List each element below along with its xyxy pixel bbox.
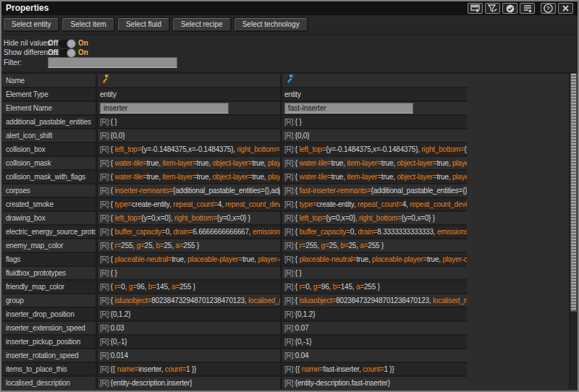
property-name: inserter_rotation_speed — [2, 349, 96, 362]
property-name: created_smoke — [2, 198, 96, 210]
property-name: corpses — [2, 184, 96, 197]
element-name-input-b[interactable] — [284, 103, 413, 114]
property-value-b: [R]:{{ name=fast-inserter, count=1 }} — [282, 363, 467, 375]
table-row: created_smoke[R]:{ type=create-entity, r… — [2, 198, 467, 210]
select-technology-button[interactable]: Select technology — [234, 18, 308, 31]
property-value-a: [R]:{0,-1} — [98, 336, 280, 348]
property-value-a: [R]:{ r=0, g=96, b=145, a=255 } — [98, 281, 280, 293]
hide-nil-off-label: Off — [48, 39, 58, 48]
property-value-b: [R]:{ water-tile=true, item-layer=true, … — [282, 171, 467, 183]
property-name: friendly_map_color — [2, 281, 96, 293]
show-differences-on-label: On — [78, 48, 88, 57]
element-type-value-a: entity — [98, 88, 280, 101]
property-value-a: [R]:{entity-description.inserter} — [98, 377, 280, 389]
element-name-input-a[interactable] — [100, 103, 229, 114]
property-value-b: [R]:{ r=255, g=25, b=25, a=255 } — [282, 239, 467, 252]
element-type-value-b: entity — [282, 88, 467, 101]
filter-edit-button[interactable] — [485, 3, 500, 14]
list-settings-button[interactable] — [520, 3, 535, 14]
filter-input[interactable] — [48, 57, 177, 68]
table-row: collision_mask_with_flags[R]:{ water-til… — [2, 171, 467, 183]
property-name: inserter_drop_position — [2, 308, 96, 320]
property-value-a: [R]:{ } — [98, 267, 280, 279]
property-value-a: [R]:{ left_top={y=0,x=0}, right_bottom={… — [98, 212, 280, 224]
property-value-b: [R]:{ water-tile=true, item-layer=true, … — [282, 157, 467, 169]
select-fluid-button[interactable]: Select fluid — [118, 18, 169, 31]
vertical-scrollbar[interactable] — [569, 73, 577, 389]
property-name: collision_mask — [2, 157, 96, 169]
show-differences-toggle[interactable] — [59, 49, 75, 57]
property-name: additional_pastable_entities — [2, 116, 96, 128]
table-header-row-name: Name — [2, 74, 467, 87]
property-value-a: [R]:{0,1.2} — [98, 308, 280, 320]
property-value-b: [R]:{ buffer_capacity=0, drain=8.3333333… — [282, 226, 467, 238]
table-row: corpses[R]:{ inserter-remnants={addition… — [2, 184, 467, 197]
hide-nil-toggle[interactable] — [59, 40, 75, 48]
panel-settings-icon — [470, 4, 480, 12]
property-value-b: [R]:{ placeable-neutral=true, placeable-… — [282, 253, 467, 265]
property-value-a: [R]:{ isluaobject=8023847329487012384701… — [98, 294, 280, 307]
filter-edit-icon — [488, 4, 497, 13]
property-value-b: [R]:{ fast-inserter-remnants={additional… — [282, 184, 467, 197]
table-row: additional_pastable_entities[R]:{ }[R]:{… — [2, 116, 467, 128]
property-name: collision_box — [2, 143, 96, 155]
property-name: inserter_pickup_position — [2, 336, 96, 348]
property-rows: additional_pastable_entities[R]:{ }[R]:{… — [2, 116, 467, 389]
table-row: collision_mask[R]:{ water-tile=true, ite… — [2, 157, 467, 169]
table-row: fluidbox_prototypes[R]:{ }[R]:{ } — [2, 267, 467, 279]
titlebar[interactable]: Properties — [1, 1, 578, 15]
property-value-b: [R]:{0,1.2} — [282, 308, 467, 320]
property-name: electric_energy_source_prototype — [2, 226, 96, 238]
property-value-a: [R]:{ type=create-entity, repeat_count=4… — [98, 198, 280, 210]
scrollbar-thumb[interactable] — [570, 73, 577, 312]
property-value-b: [R]:{ isluaobject=8023847329487012384701… — [282, 294, 467, 307]
property-value-a: [R]:{ water-tile=true, item-layer=true, … — [98, 157, 280, 169]
fast-inserter-icon — [284, 74, 296, 87]
property-value-a: [R]:{ } — [98, 116, 280, 128]
select-item-button[interactable]: Select item — [62, 18, 114, 31]
confirm-icon — [506, 4, 515, 13]
select-entity-button[interactable]: Select entity — [4, 18, 59, 31]
properties-window: Properties — [0, 0, 579, 392]
property-value-a: [R]:0.014 — [98, 349, 280, 362]
close-icon — [562, 4, 570, 12]
property-value-b: [R]:{ type=create-entity, repeat_count=4… — [282, 198, 467, 210]
close-button[interactable] — [558, 3, 573, 14]
property-value-a: [R]:{ inserter-remnants={additional_past… — [98, 184, 280, 197]
table-row: electric_energy_source_prototype[R]:{ bu… — [2, 226, 467, 238]
property-name: enemy_map_color — [2, 239, 96, 252]
table-row: inserter_drop_position[R]:{0,1.2}[R]:{0,… — [2, 308, 467, 320]
hide-nil-label: Hide nil values: — [4, 39, 53, 48]
titlebar-buttons: ? — [468, 3, 573, 14]
help-icon: ? — [544, 4, 553, 13]
property-name: group — [2, 294, 96, 307]
property-value-a: [R]:{ placeable-neutral=true, placeable-… — [98, 253, 280, 265]
property-value-b: [R]:{ } — [282, 267, 467, 279]
list-settings-icon — [523, 4, 532, 13]
element-type-label: Element Type — [2, 88, 96, 101]
property-value-a: [R]:{ water-tile=true, item-layer=true, … — [98, 171, 280, 183]
table-row: group[R]:{ isluaobject=80238473294870123… — [2, 294, 467, 307]
property-value-b: [R]:{ } — [282, 116, 467, 128]
filter-label: Filter: — [4, 59, 22, 67]
table-row: friendly_map_color[R]:{ r=0, g=96, b=145… — [2, 281, 467, 293]
confirm-button[interactable] — [502, 3, 517, 14]
options-panel: Hide nil values: Off On Show differences… — [1, 36, 578, 72]
select-recipe-button[interactable]: Select recipe — [173, 18, 231, 31]
table-row: inserter_rotation_speed[R]:0.014[R]:0.04 — [2, 349, 467, 362]
table-row: collision_box[R]:{ left_top={y=-0.148437… — [2, 143, 467, 155]
property-value-a: [R]:{{ name=inserter, count=1 }} — [98, 363, 280, 375]
help-button[interactable]: ? — [541, 3, 556, 14]
table-header-row-element-type: Element Type entity entity — [2, 88, 467, 101]
table-row: inserter_pickup_position[R]:{0,-1}[R]:{0… — [2, 336, 467, 348]
property-value-b: [R]:{entity-description.fast-inserter} — [282, 377, 467, 389]
window-title: Properties — [6, 1, 48, 15]
property-name: collision_mask_with_flags — [2, 171, 96, 183]
table-row: alert_icon_shift[R]:{0,0}[R]:{0,0} — [2, 129, 467, 142]
property-value-b: [R]:{ r=0, g=96, b=145, a=255 } — [282, 281, 467, 293]
property-name: localised_description — [2, 377, 96, 389]
table-row: drawing_box[R]:{ left_top={y=0,x=0}, rig… — [2, 212, 467, 224]
table-row: enemy_map_color[R]:{ r=255, g=25, b=25, … — [2, 239, 467, 252]
panel-settings-button[interactable] — [468, 3, 483, 14]
toggle-knob — [67, 39, 76, 48]
